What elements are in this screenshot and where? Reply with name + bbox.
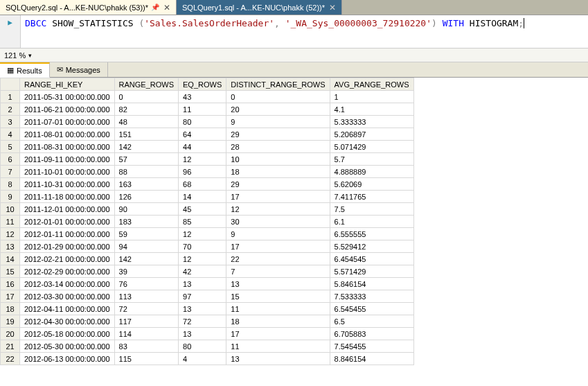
- grid-cell[interactable]: 2012-05-30 00:00:00.000: [20, 340, 115, 353]
- row-number[interactable]: 17: [1, 290, 20, 303]
- grid-cell[interactable]: 5.571429: [330, 265, 413, 278]
- row-number[interactable]: 9: [1, 191, 20, 203]
- grid-cell[interactable]: 2012-01-29 00:00:00.000: [20, 240, 115, 253]
- row-number[interactable]: 6: [1, 153, 20, 166]
- grid-cell[interactable]: 2011-10-31 00:00:00.000: [20, 178, 115, 191]
- column-header[interactable]: AVG_RANGE_ROWS: [330, 78, 413, 91]
- grid-cell[interactable]: 11: [226, 303, 330, 315]
- grid-cell[interactable]: 115: [114, 353, 178, 365]
- column-header[interactable]: RANGE_HI_KEY: [20, 78, 115, 91]
- grid-cell[interactable]: 4: [179, 353, 226, 365]
- grid-cell[interactable]: 22: [226, 253, 330, 265]
- grid-cell[interactable]: 72: [114, 303, 178, 315]
- grid-cell[interactable]: 4.1: [330, 103, 413, 116]
- zoom-value[interactable]: 121 %: [4, 51, 26, 60]
- table-row[interactable]: 152012-02-29 00:00:00.000394275.571429: [1, 265, 414, 278]
- row-number[interactable]: 21: [1, 340, 20, 353]
- grid-cell[interactable]: 2011-08-01 00:00:00.000: [20, 128, 115, 141]
- table-row[interactable]: 192012-04-30 00:00:00.00011772186.5: [1, 315, 414, 328]
- grid-cell[interactable]: 142: [114, 253, 178, 265]
- grid-cell[interactable]: 70: [179, 240, 226, 253]
- row-number[interactable]: 22: [1, 353, 20, 365]
- grid-cell[interactable]: 80: [179, 340, 226, 353]
- grid-cell[interactable]: 20: [226, 103, 330, 116]
- row-number[interactable]: 12: [1, 228, 20, 240]
- grid-cell[interactable]: 0: [114, 91, 178, 103]
- grid-cell[interactable]: 12: [179, 153, 226, 166]
- grid-cell[interactable]: 142: [114, 141, 178, 153]
- panel-tab-results[interactable]: ▦Results: [0, 62, 50, 78]
- grid-cell[interactable]: 11: [179, 103, 226, 116]
- grid-cell[interactable]: 90: [114, 203, 178, 216]
- grid-cell[interactable]: 5.333333: [330, 116, 413, 128]
- grid-cell[interactable]: 42: [179, 265, 226, 278]
- close-icon[interactable]: ✕: [329, 3, 336, 12]
- document-tab[interactable]: SQLQuery2.sql - A...KE-NUC\phakk (53))*📌…: [0, 0, 177, 15]
- grid-cell[interactable]: 13: [226, 278, 330, 290]
- grid-cell[interactable]: 2012-02-29 00:00:00.000: [20, 265, 115, 278]
- grid-cell[interactable]: 12: [179, 228, 226, 240]
- results-grid[interactable]: RANGE_HI_KEYRANGE_ROWSEQ_ROWSDISTINCT_RA…: [0, 78, 414, 365]
- grid-cell[interactable]: 10: [226, 153, 330, 166]
- grid-cell[interactable]: 5.7: [330, 153, 413, 166]
- document-tab[interactable]: SQLQuery1.sql - A...KE-NUC\phakk (52))*✕: [177, 0, 342, 15]
- grid-cell[interactable]: 8.846154: [330, 353, 413, 365]
- grid-cell[interactable]: 183: [114, 216, 178, 228]
- grid-cell[interactable]: 117: [114, 315, 178, 328]
- table-row[interactable]: 42011-08-01 00:00:00.00015164295.206897: [1, 128, 414, 141]
- grid-cell[interactable]: 9: [226, 116, 330, 128]
- grid-cell[interactable]: 2012-01-11 00:00:00.000: [20, 228, 115, 240]
- grid-cell[interactable]: 30: [226, 216, 330, 228]
- sql-code-line[interactable]: DBCC SHOW_STATISTICS ('Sales.SalesOrderH…: [25, 18, 582, 28]
- grid-cell[interactable]: 2012-04-11 00:00:00.000: [20, 303, 115, 315]
- grid-cell[interactable]: 29: [226, 178, 330, 191]
- row-number[interactable]: 5: [1, 141, 20, 153]
- grid-cell[interactable]: 113: [114, 290, 178, 303]
- grid-cell[interactable]: 13: [179, 328, 226, 340]
- close-icon[interactable]: ✕: [163, 3, 170, 12]
- grid-cell[interactable]: 7.411765: [330, 191, 413, 203]
- grid-cell[interactable]: 5.206897: [330, 128, 413, 141]
- table-row[interactable]: 162012-03-14 00:00:00.0007613135.846154: [1, 278, 414, 290]
- grid-cell[interactable]: 88: [114, 166, 178, 178]
- grid-cell[interactable]: 126: [114, 191, 178, 203]
- grid-cell[interactable]: 18: [226, 315, 330, 328]
- table-row[interactable]: 12011-05-31 00:00:00.00004301: [1, 91, 414, 103]
- grid-cell[interactable]: 17: [226, 240, 330, 253]
- grid-cell[interactable]: 80: [179, 116, 226, 128]
- table-row[interactable]: 122012-01-11 00:00:00.000591296.555555: [1, 228, 414, 240]
- grid-cell[interactable]: 4.888889: [330, 166, 413, 178]
- row-number[interactable]: 4: [1, 128, 20, 141]
- table-row[interactable]: 222012-06-13 00:00:00.0001154138.846154: [1, 353, 414, 365]
- column-header[interactable]: RANGE_ROWS: [114, 78, 178, 91]
- table-row[interactable]: 62011-09-11 00:00:00.0005712105.7: [1, 153, 414, 166]
- grid-cell[interactable]: 2011-05-31 00:00:00.000: [20, 91, 115, 103]
- grid-cell[interactable]: 2011-06-21 00:00:00.000: [20, 103, 115, 116]
- grid-cell[interactable]: 7.545455: [330, 340, 413, 353]
- grid-cell[interactable]: 0: [226, 91, 330, 103]
- grid-cell[interactable]: 82: [114, 103, 178, 116]
- grid-cell[interactable]: 15: [226, 290, 330, 303]
- grid-cell[interactable]: 12: [226, 203, 330, 216]
- grid-cell[interactable]: 43: [179, 91, 226, 103]
- grid-cell[interactable]: 2011-12-01 00:00:00.000: [20, 203, 115, 216]
- grid-cell[interactable]: 6.454545: [330, 253, 413, 265]
- table-row[interactable]: 142012-02-21 00:00:00.00014212226.454545: [1, 253, 414, 265]
- grid-cell[interactable]: 2012-05-18 00:00:00.000: [20, 328, 115, 340]
- grid-cell[interactable]: 6.5: [330, 315, 413, 328]
- grid-cell[interactable]: 83: [114, 340, 178, 353]
- table-row[interactable]: 102011-12-01 00:00:00.0009045127.5: [1, 203, 414, 216]
- grid-cell[interactable]: 2012-03-14 00:00:00.000: [20, 278, 115, 290]
- grid-cell[interactable]: 13: [179, 303, 226, 315]
- row-number[interactable]: 16: [1, 278, 20, 290]
- row-number[interactable]: 19: [1, 315, 20, 328]
- grid-cell[interactable]: 2011-08-31 00:00:00.000: [20, 141, 115, 153]
- grid-cell[interactable]: 96: [179, 166, 226, 178]
- row-number[interactable]: 3: [1, 116, 20, 128]
- grid-cell[interactable]: 18: [226, 166, 330, 178]
- row-number[interactable]: 2: [1, 103, 20, 116]
- table-row[interactable]: 32011-07-01 00:00:00.000488095.333333: [1, 116, 414, 128]
- grid-cell[interactable]: 2012-02-21 00:00:00.000: [20, 253, 115, 265]
- grid-cell[interactable]: 28: [226, 141, 330, 153]
- column-header[interactable]: EQ_ROWS: [179, 78, 226, 91]
